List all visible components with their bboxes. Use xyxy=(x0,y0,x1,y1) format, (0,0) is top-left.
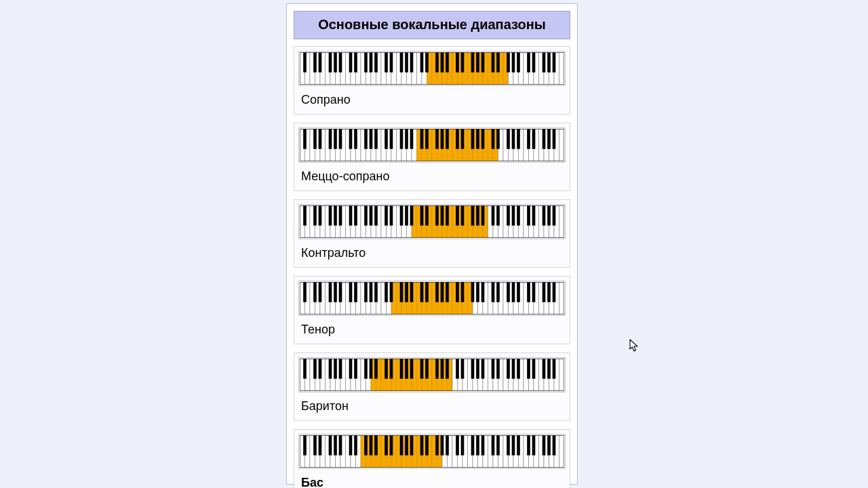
svg-rect-413 xyxy=(339,359,342,379)
svg-rect-496 xyxy=(559,435,565,468)
svg-rect-246 xyxy=(420,205,424,226)
svg-rect-347 xyxy=(507,282,510,302)
svg-rect-75 xyxy=(471,52,475,73)
svg-rect-234 xyxy=(334,205,337,226)
svg-rect-60 xyxy=(364,52,368,73)
svg-rect-502 xyxy=(339,435,342,455)
svg-rect-242 xyxy=(390,205,393,226)
svg-rect-72 xyxy=(446,52,449,73)
svg-rect-161 xyxy=(446,129,449,149)
svg-rect-255 xyxy=(481,205,485,226)
svg-rect-439 xyxy=(527,359,530,379)
svg-rect-425 xyxy=(425,359,429,379)
svg-rect-321 xyxy=(319,282,322,302)
svg-rect-253 xyxy=(471,205,475,226)
keyboard-box xyxy=(298,204,566,239)
svg-rect-523 xyxy=(492,435,495,455)
svg-rect-152 xyxy=(384,129,388,149)
svg-rect-174 xyxy=(542,129,546,149)
svg-rect-426 xyxy=(435,359,439,379)
svg-rect-241 xyxy=(384,205,388,226)
svg-rect-147 xyxy=(349,129,353,149)
svg-rect-330 xyxy=(384,282,388,302)
svg-rect-85 xyxy=(542,52,546,73)
svg-rect-249 xyxy=(441,205,444,226)
svg-rect-336 xyxy=(425,282,429,302)
keyboard-mezzo xyxy=(300,129,564,161)
svg-rect-416 xyxy=(364,359,368,379)
svg-rect-352 xyxy=(542,282,546,302)
svg-rect-528 xyxy=(527,435,530,455)
svg-rect-524 xyxy=(496,435,500,455)
svg-rect-233 xyxy=(329,205,332,226)
svg-rect-510 xyxy=(400,435,403,455)
svg-rect-82 xyxy=(517,52,520,73)
svg-rect-160 xyxy=(441,129,444,149)
svg-rect-322 xyxy=(329,282,332,302)
range-row: Меццо-сопрано xyxy=(294,123,570,191)
svg-rect-517 xyxy=(446,435,449,455)
svg-rect-232 xyxy=(319,205,322,226)
svg-rect-436 xyxy=(507,359,510,379)
svg-rect-158 xyxy=(425,129,429,149)
keyboard-box xyxy=(298,434,566,469)
svg-rect-53 xyxy=(313,52,317,73)
svg-rect-437 xyxy=(512,359,515,379)
svg-rect-338 xyxy=(441,282,444,302)
svg-rect-155 xyxy=(405,129,408,149)
svg-rect-519 xyxy=(461,435,465,455)
svg-rect-54 xyxy=(319,52,322,73)
svg-rect-337 xyxy=(435,282,439,302)
svg-rect-411 xyxy=(329,359,332,379)
svg-rect-501 xyxy=(334,435,337,455)
svg-rect-79 xyxy=(496,52,500,73)
svg-rect-143 xyxy=(319,129,322,149)
svg-rect-323 xyxy=(334,282,337,302)
keyboard-contralto xyxy=(300,205,564,238)
svg-rect-156 xyxy=(410,129,414,149)
range-row: Тенор xyxy=(294,276,570,344)
svg-rect-258 xyxy=(507,205,510,226)
svg-rect-263 xyxy=(542,205,546,226)
svg-rect-173 xyxy=(532,129,536,149)
svg-rect-443 xyxy=(553,359,556,379)
svg-rect-441 xyxy=(542,359,546,379)
svg-rect-500 xyxy=(329,435,332,455)
svg-rect-428 xyxy=(446,359,449,379)
svg-rect-442 xyxy=(547,359,551,379)
svg-rect-504 xyxy=(354,435,357,455)
svg-rect-73 xyxy=(456,52,459,73)
svg-rect-74 xyxy=(461,52,465,73)
svg-rect-328 xyxy=(370,282,373,302)
svg-rect-51 xyxy=(559,52,565,85)
svg-rect-408 xyxy=(303,359,307,379)
svg-rect-251 xyxy=(456,205,459,226)
svg-rect-326 xyxy=(354,282,357,302)
svg-rect-497 xyxy=(303,435,307,455)
keyboard-box xyxy=(298,357,566,392)
svg-rect-349 xyxy=(517,282,520,302)
keyboard-baritone xyxy=(300,359,564,391)
svg-rect-440 xyxy=(532,359,536,379)
svg-rect-252 xyxy=(461,205,465,226)
svg-rect-515 xyxy=(435,435,439,455)
svg-rect-262 xyxy=(532,205,536,226)
svg-rect-351 xyxy=(532,282,536,302)
svg-rect-430 xyxy=(461,359,465,379)
svg-rect-407 xyxy=(559,359,565,391)
svg-rect-521 xyxy=(476,435,479,455)
svg-rect-159 xyxy=(435,129,439,149)
svg-rect-250 xyxy=(446,205,449,226)
svg-rect-342 xyxy=(471,282,475,302)
svg-rect-354 xyxy=(553,282,556,302)
svg-rect-348 xyxy=(512,282,515,302)
svg-rect-140 xyxy=(559,129,565,161)
svg-rect-512 xyxy=(410,435,414,455)
svg-rect-65 xyxy=(400,52,403,73)
svg-rect-433 xyxy=(481,359,485,379)
svg-rect-64 xyxy=(390,52,393,73)
range-label: Сопрано xyxy=(301,93,566,107)
svg-rect-141 xyxy=(303,129,307,149)
svg-rect-230 xyxy=(303,205,307,226)
svg-rect-150 xyxy=(370,129,373,149)
